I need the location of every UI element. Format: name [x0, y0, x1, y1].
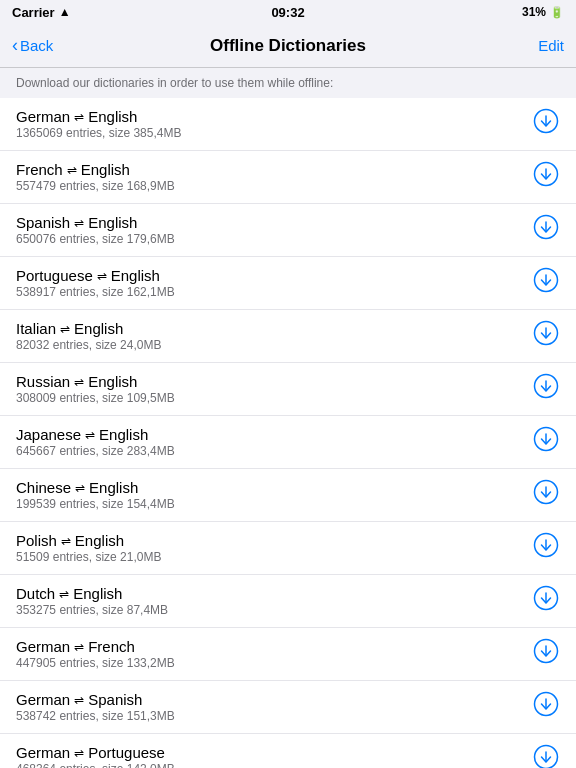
list-item[interactable]: Portuguese ⇌ English 538917 entries, siz… [0, 257, 576, 310]
item-details: 468364 entries, size 142,0MB [16, 762, 175, 768]
list-item[interactable]: French ⇌ English 557479 entries, size 16… [0, 151, 576, 204]
item-details: 538742 entries, size 151,3MB [16, 709, 175, 723]
item-title: French ⇌ English [16, 161, 175, 178]
item-details: 199539 entries, size 154,4MB [16, 497, 175, 511]
item-details: 538917 entries, size 162,1MB [16, 285, 175, 299]
download-icon[interactable] [532, 320, 560, 352]
back-button[interactable]: ‹ Back [12, 35, 53, 56]
item-text: Portuguese ⇌ English 538917 entries, siz… [16, 267, 175, 299]
arrows-icon: ⇌ [74, 746, 84, 760]
item-details: 557479 entries, size 168,9MB [16, 179, 175, 193]
lang2-label: Portuguese [88, 744, 165, 761]
list-item[interactable]: Italian ⇌ English 82032 entries, size 24… [0, 310, 576, 363]
item-title: Dutch ⇌ English [16, 585, 168, 602]
status-bar: Carrier ▲ 09:32 31% 🔋 [0, 0, 576, 24]
download-icon[interactable] [532, 373, 560, 405]
list-item[interactable]: German ⇌ English 1365069 entries, size 3… [0, 98, 576, 151]
list-item[interactable]: Polish ⇌ English 51509 entries, size 21,… [0, 522, 576, 575]
lang1-label: Japanese [16, 426, 81, 443]
item-text: Chinese ⇌ English 199539 entries, size 1… [16, 479, 175, 511]
item-details: 353275 entries, size 87,4MB [16, 603, 168, 617]
dictionary-list: German ⇌ English 1365069 entries, size 3… [0, 98, 576, 768]
list-item[interactable]: German ⇌ French 447905 entries, size 133… [0, 628, 576, 681]
lang2-label: English [81, 161, 130, 178]
item-details: 308009 entries, size 109,5MB [16, 391, 175, 405]
item-text: German ⇌ French 447905 entries, size 133… [16, 638, 175, 670]
item-details: 51509 entries, size 21,0MB [16, 550, 161, 564]
item-title: German ⇌ Spanish [16, 691, 175, 708]
arrows-icon: ⇌ [74, 640, 84, 654]
list-item[interactable]: Spanish ⇌ English 650076 entries, size 1… [0, 204, 576, 257]
subtitle-text: Download our dictionaries in order to us… [0, 68, 576, 94]
back-label: Back [20, 37, 53, 54]
lang2-label: French [88, 638, 135, 655]
item-text: Italian ⇌ English 82032 entries, size 24… [16, 320, 161, 352]
arrows-icon: ⇌ [60, 322, 70, 336]
item-title: Italian ⇌ English [16, 320, 161, 337]
arrows-icon: ⇌ [74, 375, 84, 389]
item-title: German ⇌ French [16, 638, 175, 655]
arrows-icon: ⇌ [61, 534, 71, 548]
lang1-label: Russian [16, 373, 70, 390]
download-icon[interactable] [532, 479, 560, 511]
item-text: German ⇌ Portuguese 468364 entries, size… [16, 744, 175, 768]
item-title: Spanish ⇌ English [16, 214, 175, 231]
download-icon[interactable] [532, 585, 560, 617]
item-text: Dutch ⇌ English 353275 entries, size 87,… [16, 585, 168, 617]
list-item[interactable]: Russian ⇌ English 308009 entries, size 1… [0, 363, 576, 416]
download-icon[interactable] [532, 161, 560, 193]
lang2-label: English [111, 267, 160, 284]
arrows-icon: ⇌ [74, 693, 84, 707]
item-title: German ⇌ Portuguese [16, 744, 175, 761]
download-icon[interactable] [532, 532, 560, 564]
arrows-icon: ⇌ [59, 587, 69, 601]
download-icon[interactable] [532, 691, 560, 723]
arrows-icon: ⇌ [74, 110, 84, 124]
download-icon[interactable] [532, 108, 560, 140]
item-title: Chinese ⇌ English [16, 479, 175, 496]
item-title: German ⇌ English [16, 108, 181, 125]
lang1-label: French [16, 161, 63, 178]
lang1-label: Italian [16, 320, 56, 337]
download-icon[interactable] [532, 267, 560, 299]
lang2-label: English [74, 320, 123, 337]
lang1-label: Dutch [16, 585, 55, 602]
wifi-icon: ▲ [59, 5, 71, 19]
item-text: French ⇌ English 557479 entries, size 16… [16, 161, 175, 193]
list-item[interactable]: German ⇌ Portuguese 468364 entries, size… [0, 734, 576, 768]
download-icon[interactable] [532, 214, 560, 246]
item-details: 645667 entries, size 283,4MB [16, 444, 175, 458]
download-icon[interactable] [532, 426, 560, 458]
lang1-label: German [16, 691, 70, 708]
status-time: 09:32 [271, 5, 304, 20]
list-item[interactable]: German ⇌ Spanish 538742 entries, size 15… [0, 681, 576, 734]
download-icon[interactable] [532, 638, 560, 670]
lang2-label: English [88, 373, 137, 390]
item-title: Polish ⇌ English [16, 532, 161, 549]
edit-button[interactable]: Edit [538, 37, 564, 54]
lang1-label: German [16, 744, 70, 761]
lang1-label: Chinese [16, 479, 71, 496]
item-title: Japanese ⇌ English [16, 426, 175, 443]
download-icon[interactable] [532, 744, 560, 768]
list-item[interactable]: Chinese ⇌ English 199539 entries, size 1… [0, 469, 576, 522]
item-details: 1365069 entries, size 385,4MB [16, 126, 181, 140]
item-text: Russian ⇌ English 308009 entries, size 1… [16, 373, 175, 405]
chevron-left-icon: ‹ [12, 35, 18, 56]
arrows-icon: ⇌ [85, 428, 95, 442]
list-item[interactable]: Dutch ⇌ English 353275 entries, size 87,… [0, 575, 576, 628]
page-title: Offline Dictionaries [210, 36, 366, 56]
list-item[interactable]: Japanese ⇌ English 645667 entries, size … [0, 416, 576, 469]
lang1-label: Spanish [16, 214, 70, 231]
lang2-label: English [88, 108, 137, 125]
lang1-label: Polish [16, 532, 57, 549]
item-text: German ⇌ Spanish 538742 entries, size 15… [16, 691, 175, 723]
carrier-label: Carrier [12, 5, 55, 20]
lang2-label: Spanish [88, 691, 142, 708]
lang2-label: English [89, 479, 138, 496]
nav-bar: ‹ Back Offline Dictionaries Edit [0, 24, 576, 68]
item-text: Spanish ⇌ English 650076 entries, size 1… [16, 214, 175, 246]
battery-label: 31% [522, 5, 546, 19]
status-left: Carrier ▲ [12, 5, 71, 20]
arrows-icon: ⇌ [75, 481, 85, 495]
